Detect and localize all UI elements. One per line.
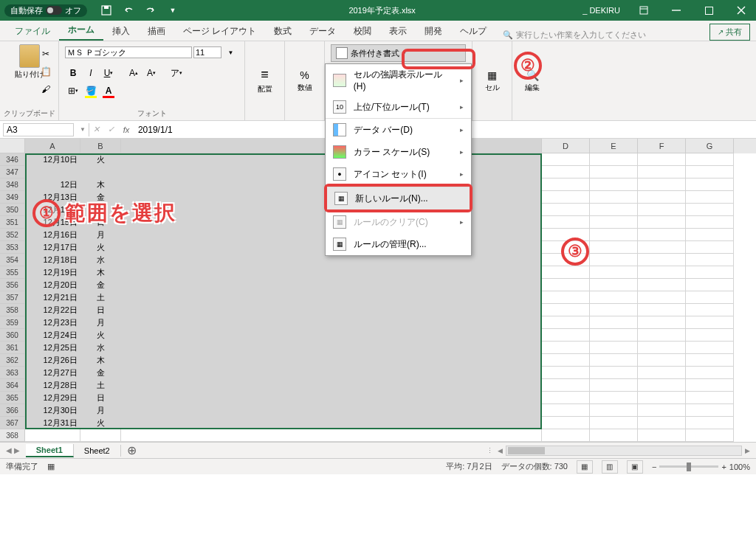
cell[interactable]: 月 <box>80 316 121 329</box>
cell[interactable] <box>542 291 590 304</box>
cell[interactable] <box>25 166 80 179</box>
cell[interactable]: 火 <box>80 329 121 342</box>
autosave-toggle[interactable]: 自動保存 オフ <box>4 4 87 17</box>
cell[interactable]: 12月20日 <box>25 279 80 291</box>
cell[interactable] <box>590 241 638 254</box>
cell[interactable] <box>542 153 590 166</box>
cell[interactable] <box>638 342 686 354</box>
cell[interactable] <box>638 392 686 404</box>
redo-button[interactable] <box>142 1 159 19</box>
ribbon-display-button[interactable] <box>629 0 659 21</box>
column-header-B[interactable]: B <box>80 139 121 153</box>
menu-new-rule[interactable]: ▦ 新しいルール(N)... <box>327 187 470 209</box>
cell[interactable]: 12月28日 <box>25 379 80 392</box>
name-box[interactable] <box>3 123 74 136</box>
cell[interactable]: 水 <box>80 254 121 266</box>
view-page-layout-button[interactable]: ▥ <box>602 460 618 474</box>
cell[interactable] <box>638 254 686 266</box>
row-header[interactable]: 364 <box>0 379 25 392</box>
cell[interactable] <box>590 266 638 279</box>
cell[interactable] <box>686 204 734 216</box>
cell[interactable]: 日 <box>80 304 121 316</box>
cell[interactable] <box>542 429 590 442</box>
tab-home[interactable]: ホーム <box>59 21 103 41</box>
menu-clear-rules[interactable]: ▦ ルールのクリア(C)▸ <box>326 211 471 233</box>
cell[interactable]: 土 <box>80 379 121 392</box>
cell[interactable] <box>121 329 542 342</box>
enter-formula-button[interactable]: ✓ <box>104 125 119 134</box>
phonetic-button[interactable]: ア▾ <box>168 65 185 81</box>
cell[interactable] <box>638 229 686 241</box>
row-header[interactable]: 360 <box>0 329 25 342</box>
menu-icon-sets[interactable]: ● アイコン セット(I)▸ <box>326 163 471 185</box>
menu-top-bottom-rules[interactable]: 10 上位/下位ルール(T)▸ <box>326 96 471 118</box>
cell[interactable] <box>590 279 638 291</box>
cell[interactable] <box>638 304 686 316</box>
cell[interactable] <box>638 216 686 229</box>
decrease-font-button[interactable]: A▾ <box>143 65 159 81</box>
cell[interactable] <box>686 329 734 342</box>
cell[interactable] <box>590 304 638 316</box>
cell[interactable] <box>121 367 542 379</box>
cell[interactable]: 12月19日 <box>25 266 80 279</box>
namebox-dropdown[interactable]: ▼ <box>77 126 89 133</box>
format-painter-button[interactable]: 🖌 <box>38 81 54 97</box>
cell[interactable] <box>590 404 638 417</box>
cell[interactable] <box>638 367 686 379</box>
scroll-right-button[interactable]: ▶ <box>745 447 750 454</box>
cell[interactable] <box>80 429 121 442</box>
cell[interactable]: 日 <box>80 392 121 404</box>
font-color-button[interactable]: A <box>100 83 117 99</box>
cancel-formula-button[interactable]: ✕ <box>89 125 104 134</box>
cell[interactable] <box>686 304 734 316</box>
cell[interactable]: 土 <box>80 291 121 304</box>
new-sheet-button[interactable]: ⊕ <box>121 443 142 457</box>
cell[interactable] <box>542 316 590 329</box>
cell[interactable] <box>638 316 686 329</box>
cell[interactable] <box>121 392 542 404</box>
font-name-select[interactable] <box>65 46 192 58</box>
cell[interactable] <box>542 204 590 216</box>
minimize-button[interactable] <box>662 0 691 21</box>
cell[interactable] <box>80 166 121 179</box>
cell[interactable] <box>121 354 542 367</box>
cell[interactable] <box>638 266 686 279</box>
cell[interactable]: 火 <box>80 153 121 166</box>
tab-formulas[interactable]: 数式 <box>265 22 300 41</box>
cell[interactable]: 金 <box>80 367 121 379</box>
cell[interactable]: 12月10日 <box>25 153 80 166</box>
cell[interactable]: 木 <box>80 266 121 279</box>
cell[interactable] <box>638 153 686 166</box>
row-header[interactable]: 354 <box>0 254 25 266</box>
cell[interactable] <box>638 379 686 392</box>
cell[interactable]: 12月16日 <box>25 229 80 241</box>
cell[interactable] <box>590 367 638 379</box>
cell[interactable] <box>638 417 686 429</box>
row-header[interactable]: 348 <box>0 179 25 191</box>
menu-manage-rules[interactable]: ▦ ルールの管理(R)... <box>326 233 471 255</box>
row-header[interactable]: 357 <box>0 291 25 304</box>
cell[interactable] <box>542 254 590 266</box>
cell[interactable]: 12月21日 <box>25 291 80 304</box>
row-header[interactable]: 349 <box>0 191 25 204</box>
cell[interactable]: 土 <box>80 204 121 216</box>
tab-view[interactable]: 表示 <box>380 22 416 41</box>
row-header[interactable]: 363 <box>0 367 25 379</box>
cell[interactable]: 月 <box>80 404 121 417</box>
cell[interactable] <box>542 392 590 404</box>
cell[interactable] <box>542 279 590 291</box>
cell[interactable] <box>590 254 638 266</box>
column-header-D[interactable]: D <box>542 139 590 153</box>
menu-highlight-rules[interactable]: セルの強調表示ルール(H)▸ <box>326 64 471 96</box>
cell[interactable] <box>542 304 590 316</box>
cell[interactable]: 12月31日 <box>25 417 80 429</box>
cell[interactable]: 12月14日 <box>25 204 80 216</box>
cell[interactable] <box>590 229 638 241</box>
cell[interactable] <box>121 404 542 417</box>
view-page-break-button[interactable]: ▣ <box>627 460 643 474</box>
cell[interactable] <box>121 291 542 304</box>
cell[interactable] <box>686 191 734 204</box>
row-header[interactable]: 362 <box>0 354 25 367</box>
select-all-button[interactable] <box>0 139 25 153</box>
cell[interactable] <box>686 392 734 404</box>
